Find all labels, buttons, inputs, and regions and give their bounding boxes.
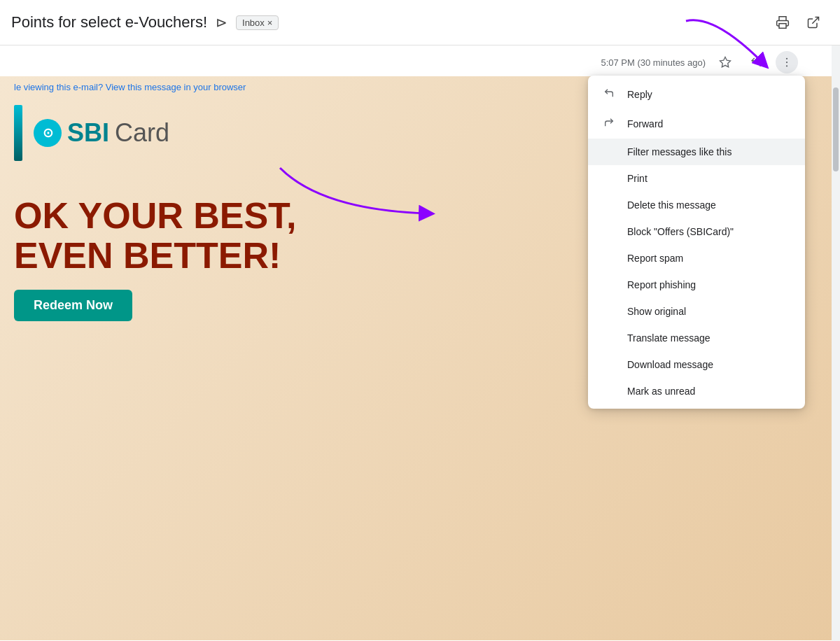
menu-block-label: Block "Offers (SBICard)" [627,226,734,237]
menu-item-delete[interactable]: Delete this message [588,192,805,218]
menu-download-label: Download message [627,359,713,370]
forward-menu-icon [602,117,616,131]
menu-item-phishing[interactable]: Report phishing [588,272,805,298]
sbi-logo-circle: ⊙ [34,119,62,147]
banner-line2-text: EVEN BETTER! [14,235,281,276]
svg-point-4 [786,62,788,63]
scrollbar-thumb[interactable] [833,87,839,171]
menu-item-reply[interactable]: Reply [588,80,805,109]
sbi-card-text: Card [115,118,169,148]
scrollbar[interactable] [832,45,840,641]
inbox-close-icon[interactable]: × [267,17,273,28]
menu-item-forward[interactable]: Forward [588,109,805,139]
menu-item-print[interactable]: Print [588,165,805,192]
menu-delete-label: Delete this message [627,199,716,211]
menu-phishing-label: Report phishing [627,279,696,290]
svg-point-3 [786,58,788,59]
dropdown-menu: Reply Forward Filter messages like this … [588,76,805,409]
banner-line1-text: OK YOUR BEST, [14,195,297,236]
menu-item-block[interactable]: Block "Offers (SBICard)" [588,218,805,245]
reply-menu-icon [602,87,616,101]
menu-item-spam[interactable]: Report spam [588,245,805,272]
star-button[interactable] [714,51,736,73]
open-in-new-button[interactable] [801,10,826,35]
email-meta-row: 5:07 PM (30 minutes ago) [0,45,840,76]
header-actions [770,10,826,35]
menu-item-original[interactable]: Show original [588,298,805,325]
menu-unread-label: Mark as unread [627,386,695,397]
svg-line-1 [812,17,818,24]
more-options-button[interactable] [776,51,798,73]
reply-button[interactable] [745,51,767,73]
email-title-row: Points for select e-Vouchers! ⊳ Inbox × [11,13,279,31]
menu-reply-label: Reply [627,89,652,100]
svg-rect-0 [779,24,786,29]
menu-translate-label: Translate message [627,332,710,344]
menu-item-download[interactable]: Download message [588,351,805,378]
email-header: Points for select e-Vouchers! ⊳ Inbox × [0,0,840,45]
menu-item-filter[interactable]: Filter messages like this [588,139,805,165]
svg-point-5 [786,65,788,66]
redeem-button[interactable]: Redeem Now [14,290,132,321]
sbi-logo-text: SBI [67,118,109,148]
menu-filter-label: Filter messages like this [627,146,732,157]
inbox-label: Inbox [242,17,265,28]
svg-marker-2 [720,57,731,67]
email-subject: Points for select e-Vouchers! [11,13,207,31]
menu-forward-label: Forward [627,118,663,129]
menu-original-label: Show original [627,306,686,317]
menu-item-unread[interactable]: Mark as unread [588,378,805,404]
inbox-badge[interactable]: Inbox × [236,15,279,30]
forward-in-subject-icon: ⊳ [216,14,227,31]
menu-spam-label: Report spam [627,253,683,264]
print-button[interactable] [770,10,795,35]
menu-item-translate[interactable]: Translate message [588,325,805,351]
sbi-left-strip [14,105,22,161]
sbi-logo: ⊙ SBI Card [34,118,169,148]
email-time: 5:07 PM (30 minutes ago) [601,57,706,68]
menu-print-label: Print [627,173,648,184]
